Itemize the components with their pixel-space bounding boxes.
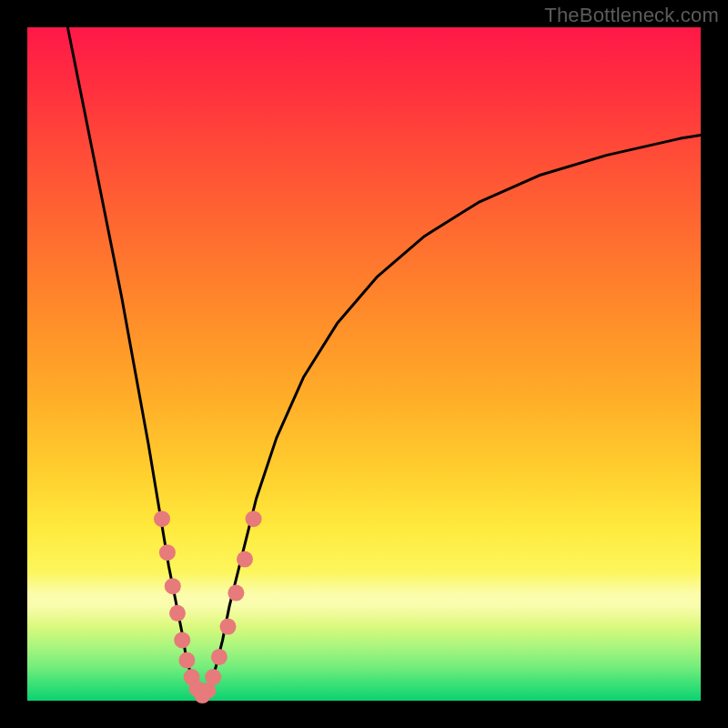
watermark-text: TheBottleneck.com [544, 4, 719, 27]
right-branch-curve [202, 135, 701, 697]
marker-dot [237, 551, 253, 568]
plot-area [27, 27, 701, 701]
marker-dot [174, 632, 190, 648]
marker-dot [178, 652, 195, 669]
curve-layer [27, 27, 701, 701]
left-branch-curve [67, 27, 202, 697]
marker-dot [159, 544, 176, 561]
marker-dot [228, 585, 244, 602]
marker-dot [246, 511, 262, 527]
chart-frame: TheBottleneck.com [0, 0, 728, 728]
marker-dot [205, 669, 221, 685]
marker-dot [154, 511, 170, 527]
marker-dot [165, 578, 181, 594]
marker-dot [211, 649, 228, 665]
marker-dot [169, 605, 186, 622]
marker-dot [220, 619, 237, 635]
